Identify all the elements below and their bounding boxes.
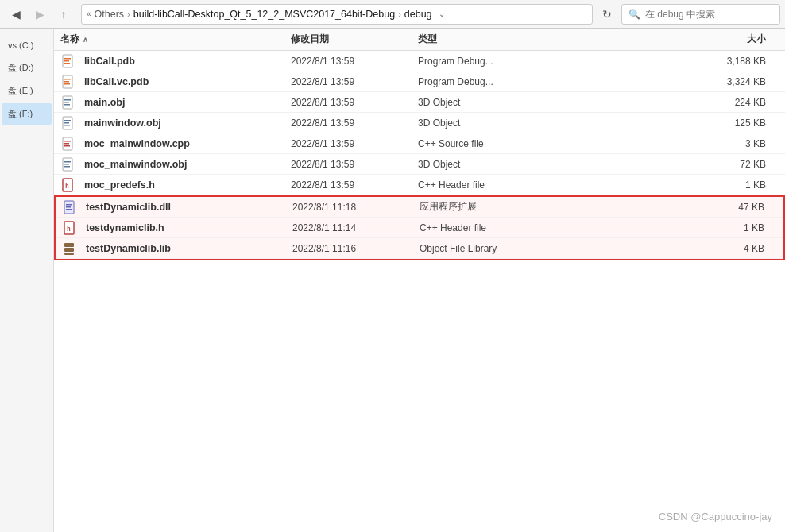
sidebar-item-d[interactable]: 盘 (D:) — [2, 57, 52, 79]
file-type: 3D Object — [418, 118, 545, 129]
svg-rect-21 — [64, 161, 71, 163]
file-type-icon — [60, 53, 76, 69]
file-type-icon — [62, 241, 78, 256]
sidebar-item-f[interactable]: 盘 (F:) — [2, 103, 52, 125]
file-size: 1 KB — [545, 179, 779, 191]
svg-rect-34 — [64, 253, 74, 255]
svg-rect-19 — [64, 145, 70, 147]
sidebar-label-c: vs (C:) — [8, 40, 33, 50]
col-name-label: 名称 — [60, 33, 79, 46]
forward-button[interactable]: ▶ — [29, 3, 51, 25]
svg-rect-13 — [64, 120, 71, 121]
table-row[interactable]: libCall.vc.pdb 2022/8/1 13:59 Program De… — [54, 71, 785, 92]
file-type-icon — [60, 136, 76, 152]
col-header-date[interactable]: 修改日期 — [291, 33, 418, 46]
file-name: moc_predefs.h — [84, 179, 294, 191]
svg-rect-11 — [64, 104, 70, 106]
file-date: 2022/8/1 13:59 — [291, 179, 418, 191]
search-icon: 🔍 — [628, 9, 640, 20]
file-area: 名称 ∧ 修改日期 类型 大小 libCall.pdb 2022/8/1 13:… — [54, 29, 785, 532]
sidebar-label-f: 盘 (F:) — [8, 109, 33, 118]
svg-rect-23 — [64, 166, 70, 168]
up-button[interactable]: ↑ — [52, 3, 75, 25]
sidebar-item-c[interactable]: vs (C:) — [2, 35, 52, 56]
file-type: C++ Header file — [420, 222, 547, 233]
breadcrumb-chevron-right[interactable]: ⌄ — [439, 10, 445, 18]
col-header-type[interactable]: 类型 — [418, 33, 545, 46]
col-type-label: 类型 — [418, 33, 437, 44]
table-row[interactable]: moc_mainwindow.cpp 2022/8/1 13:59 C++ So… — [54, 133, 785, 154]
col-header-name[interactable]: 名称 ∧ — [60, 33, 291, 46]
svg-rect-22 — [64, 164, 69, 165]
file-name: moc_mainwindow.cpp — [84, 138, 294, 149]
table-row[interactable]: moc_mainwindow.obj 2022/8/1 13:59 3D Obj… — [54, 154, 785, 175]
breadcrumb-item-2[interactable]: debug — [404, 9, 432, 20]
breadcrumb-chevron-left[interactable]: « — [87, 10, 91, 18]
file-type-icon: h — [60, 177, 76, 193]
file-size: 224 KB — [545, 97, 779, 108]
svg-rect-3 — [64, 63, 70, 64]
file-date: 2022/8/1 13:59 — [291, 97, 418, 108]
file-date: 2022/8/1 11:14 — [292, 222, 420, 233]
file-name-cell: libCall.pdb — [60, 53, 291, 69]
svg-rect-29 — [66, 209, 72, 210]
svg-rect-7 — [64, 83, 70, 85]
col-header-size[interactable]: 大小 — [545, 33, 779, 46]
svg-text:h: h — [65, 183, 69, 190]
file-type-icon — [60, 94, 76, 110]
file-name: testDynamiclib.lib — [86, 243, 296, 254]
refresh-button[interactable]: ↻ — [596, 3, 618, 25]
svg-rect-14 — [64, 122, 69, 124]
file-date: 2022/8/1 13:59 — [291, 138, 418, 149]
file-size: 3,324 KB — [545, 76, 779, 87]
file-size: 72 KB — [545, 159, 779, 170]
file-type: Object File Library — [420, 243, 547, 254]
breadcrumb-item-1[interactable]: build-libCall-Desktop_Qt_5_12_2_MSVC2017… — [133, 9, 395, 20]
file-type-icon — [60, 115, 76, 131]
file-date: 2022/8/1 13:59 — [291, 76, 418, 87]
file-name-cell: mainwindow.obj — [60, 115, 291, 131]
file-name-cell: moc_mainwindow.cpp — [60, 136, 291, 152]
file-size: 125 KB — [545, 118, 779, 129]
nav-buttons: ◀ ▶ ↑ — [5, 3, 75, 25]
table-row[interactable]: testDynamiclib.dll 2022/8/1 11:18 应用程序扩展… — [56, 197, 783, 218]
svg-rect-17 — [64, 141, 71, 142]
sidebar-label-e: 盘 (E:) — [8, 86, 33, 95]
table-row[interactable]: testDynamiclib.lib 2022/8/1 11:16 Object… — [56, 238, 783, 259]
sidebar-item-e[interactable]: 盘 (E:) — [2, 80, 52, 102]
svg-rect-1 — [64, 58, 71, 60]
svg-rect-6 — [64, 81, 69, 83]
search-bar: 🔍 — [621, 4, 780, 25]
file-date: 2022/8/1 13:59 — [291, 118, 418, 129]
file-date: 2022/8/1 11:16 — [292, 243, 420, 254]
table-row[interactable]: h moc_predefs.h 2022/8/1 13:59 C++ Heade… — [54, 175, 785, 195]
title-bar: ◀ ▶ ↑ « Others › build-libCall-Desktop_Q… — [0, 0, 785, 29]
file-name: libCall.vc.pdb — [84, 76, 294, 87]
breadcrumb-sep-2: › — [398, 10, 401, 19]
main-layout: vs (C:) 盘 (D:) 盘 (E:) 盘 (F:) 名称 ∧ 修改日期 类… — [0, 29, 785, 532]
file-size: 3 KB — [545, 138, 779, 149]
file-name-cell: moc_mainwindow.obj — [60, 156, 291, 172]
file-name-cell: testDynamiclib.lib — [62, 241, 292, 256]
svg-rect-10 — [64, 102, 69, 103]
file-type-icon — [60, 74, 76, 90]
search-input[interactable] — [645, 9, 773, 20]
back-button[interactable]: ◀ — [5, 3, 27, 25]
table-row[interactable]: libCall.pdb 2022/8/1 13:59 Program Debug… — [54, 51, 785, 71]
file-type: 3D Object — [418, 97, 545, 108]
table-row[interactable]: mainwindow.obj 2022/8/1 13:59 3D Object … — [54, 113, 785, 133]
regular-files: libCall.pdb 2022/8/1 13:59 Program Debug… — [54, 51, 785, 195]
file-type-icon — [62, 199, 78, 215]
file-type: Program Debug... — [418, 56, 545, 67]
file-date: 2022/8/1 11:18 — [292, 202, 420, 213]
sort-arrow-icon: ∧ — [83, 36, 88, 44]
svg-rect-33 — [64, 248, 74, 252]
file-date: 2022/8/1 13:59 — [291, 159, 418, 170]
file-type: C++ Source file — [418, 138, 545, 149]
table-row[interactable]: main.obj 2022/8/1 13:59 3D Object 224 KB — [54, 92, 785, 113]
file-type-icon: h — [62, 220, 78, 236]
table-row[interactable]: h testdynamiclib.h 2022/8/1 11:14 C++ He… — [56, 218, 783, 238]
breadcrumb-others[interactable]: Others — [95, 9, 125, 20]
file-type: Program Debug... — [418, 76, 545, 87]
svg-rect-5 — [64, 79, 71, 80]
